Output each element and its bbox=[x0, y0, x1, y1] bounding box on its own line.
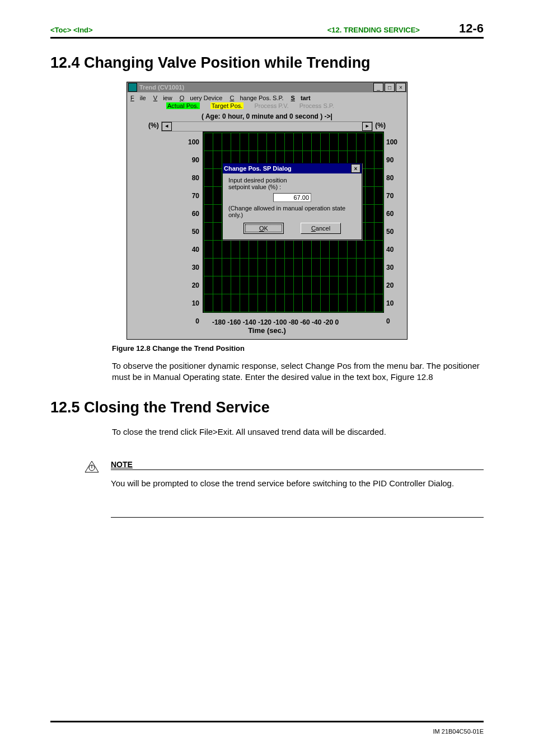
heading-12-5: 12.5 Closing the Trend Service bbox=[50, 399, 484, 416]
change-pos-dialog: Change Pos. SP Dialog × Input desired po… bbox=[222, 163, 362, 240]
y-tick-left: 70 bbox=[177, 192, 199, 200]
menu-bar: File View Query Device Change Pos. S.P. … bbox=[127, 92, 407, 102]
x-ticks: -180 -160 -140 -120 -100 -80 -60 -40 -20… bbox=[134, 316, 400, 326]
dialog-close-button[interactable]: × bbox=[351, 164, 360, 173]
y-tick-right: 80 bbox=[386, 174, 409, 182]
y-tick-right: 30 bbox=[386, 264, 409, 271]
footer-divider bbox=[50, 721, 484, 722]
page-number: 12-6 bbox=[459, 21, 484, 36]
trend-titlebar: Trend (CV1001) _ □ × bbox=[127, 82, 407, 92]
y-tick-right: 100 bbox=[386, 138, 409, 146]
paragraph-12-5: To close the trend click File>Exit. All … bbox=[112, 426, 484, 438]
dialog-title: Change Pos. SP Dialog bbox=[224, 165, 292, 172]
y-unit-left: (%) bbox=[148, 121, 159, 129]
y-tick-left: 20 bbox=[177, 281, 199, 289]
x-label: Time (sec.) bbox=[134, 326, 400, 335]
y-tick-left: 50 bbox=[177, 228, 199, 236]
trend-chart: 1001009090808070706060505040403030202010… bbox=[175, 132, 359, 316]
y-tick-right: 90 bbox=[386, 156, 409, 164]
ok-button[interactable]: OK bbox=[243, 223, 284, 234]
y-tick-left: 90 bbox=[177, 156, 199, 164]
footer-text: IM 21B04C50-01E bbox=[433, 728, 484, 735]
y-tick-right: 70 bbox=[386, 192, 409, 200]
legend-pv: Process P.V. bbox=[254, 102, 288, 109]
y-tick-right: 0 bbox=[386, 317, 409, 325]
ind-link[interactable]: <Ind> bbox=[73, 26, 93, 34]
paragraph-12-4: To observe the positioner dynamic respon… bbox=[112, 360, 484, 383]
chapter-link[interactable]: <12. TRENDING SERVICE> bbox=[327, 26, 420, 34]
y-tick-left: 80 bbox=[177, 174, 199, 182]
menu-view[interactable]: View bbox=[153, 95, 172, 101]
y-tick-left: 60 bbox=[177, 210, 199, 218]
page-header: <Toc> <Ind> <12. TRENDING SERVICE> 12-6 bbox=[50, 21, 484, 39]
y-tick-left: 100 bbox=[177, 138, 199, 146]
time-scrollbar[interactable]: ◄ ► bbox=[161, 121, 373, 132]
y-tick-right: 20 bbox=[386, 281, 409, 289]
note-divider bbox=[111, 517, 484, 518]
y-tick-left: 40 bbox=[177, 246, 199, 253]
y-unit-right: (%) bbox=[375, 121, 386, 129]
scroll-right-icon[interactable]: ► bbox=[362, 122, 372, 131]
figure-12-8: Trend (CV1001) _ □ × File View Query Dev… bbox=[50, 82, 484, 340]
cancel-button[interactable]: Cancel bbox=[301, 223, 341, 234]
figure-caption: Figure 12.8 Change the Trend Position bbox=[112, 344, 484, 353]
trend-title: Trend (CV1001) bbox=[139, 84, 372, 91]
toc-link[interactable]: <Toc> bbox=[50, 26, 71, 34]
scroll-left-icon[interactable]: ◄ bbox=[162, 122, 172, 131]
y-tick-right: 60 bbox=[386, 210, 409, 218]
trend-window: Trend (CV1001) _ □ × File View Query Dev… bbox=[127, 82, 407, 340]
y-tick-left: 30 bbox=[177, 264, 199, 271]
menu-query[interactable]: Query Device bbox=[180, 95, 223, 101]
y-tick-right: 50 bbox=[386, 228, 409, 236]
dialog-prompt-2: setpoint value (%) : bbox=[228, 184, 356, 190]
dialog-note: (Change allowed in manual operation stat… bbox=[228, 205, 356, 218]
age-readout: ( Age: 0 hour, 0 minute and 0 second ) -… bbox=[127, 111, 407, 121]
heading-12-4: 12.4 Changing Valve Position while Trend… bbox=[50, 54, 484, 72]
app-icon bbox=[128, 83, 137, 92]
y-tick-left: 10 bbox=[177, 299, 199, 307]
maximize-button[interactable]: □ bbox=[385, 83, 395, 92]
legend: Actual Pos. Target Pos. Process P.V. Pro… bbox=[127, 102, 407, 111]
note-icon bbox=[84, 460, 100, 473]
dialog-prompt-1: Input desired position bbox=[228, 177, 356, 184]
menu-file[interactable]: File bbox=[130, 95, 146, 101]
legend-actual: Actual Pos. bbox=[166, 102, 200, 109]
y-tick-right: 10 bbox=[386, 299, 409, 307]
menu-change[interactable]: Change Pos. S.P. bbox=[229, 95, 283, 101]
y-tick-left: 0 bbox=[177, 317, 199, 325]
legend-sp: Process S.P. bbox=[299, 102, 334, 109]
note-body: You will be prompted to close the trend … bbox=[111, 478, 484, 489]
close-button[interactable]: × bbox=[396, 83, 406, 92]
setpoint-input[interactable] bbox=[273, 193, 311, 202]
note-label: NOTE bbox=[111, 460, 484, 470]
legend-target: Target Pos. bbox=[210, 102, 244, 109]
menu-start[interactable]: Start bbox=[291, 95, 311, 101]
y-tick-right: 40 bbox=[386, 246, 409, 253]
minimize-button[interactable]: _ bbox=[373, 83, 383, 92]
